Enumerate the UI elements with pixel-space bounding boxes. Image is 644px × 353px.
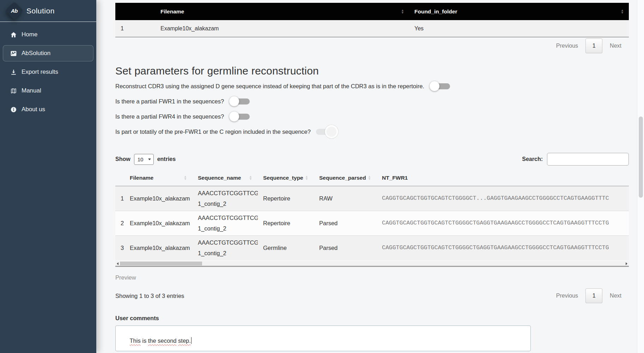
next-button[interactable]: Next <box>610 43 621 49</box>
cell-filename: Example10x_alakazam <box>155 20 409 37</box>
horizontal-scrollbar[interactable] <box>115 261 629 266</box>
cell-sequence-type: Germline <box>258 235 314 260</box>
user-comments-label: User comments <box>115 315 629 321</box>
show-label: Show <box>115 156 130 162</box>
page-length-select[interactable]: 10 <box>134 154 154 165</box>
cell-nt-fwr1: CAGGTGCAGCTGGTGCAGTCTGGGGCTGAGGTGAAGAAGC… <box>377 211 629 235</box>
cell-filename: Example10x_alakazam <box>124 235 193 260</box>
row-index: 1 <box>115 186 124 211</box>
question-pre-fwr1-c-region: Is part or totatily of the pre-FWR1 or t… <box>115 127 629 137</box>
question-reconstruct-cdr3: Reconstruct CDR3 using the assigned D ge… <box>115 81 629 91</box>
question-label: Is there a partial FWR1 in the sequences… <box>115 98 224 105</box>
files-col-index <box>115 3 155 20</box>
cell-sequence-parsed: RAW <box>314 186 377 211</box>
page-title: Set parameters for germline reconstructi… <box>115 65 629 77</box>
cell-nt-fwr1: CAGGTGCAGCTGGTGCAGTCTGGGGCT...GAGGTGAAGA… <box>377 186 629 211</box>
seq-col-filename[interactable]: Filename ▲▼ <box>124 170 193 186</box>
sidebar-item-label: Export results <box>22 68 58 76</box>
table-row[interactable]: 2 Example10x_alakazam AAACCTGTCGGTTCGG-1… <box>115 211 629 235</box>
page-scrollbar-thumb[interactable] <box>639 116 643 198</box>
seq-col-index <box>115 170 124 186</box>
cell-nt-fwr1: CAGGTGCAGCTGGTGCAGTCTGGGGCTGAGGTGAAGAAGC… <box>377 235 629 260</box>
comment-word: step. <box>178 337 191 344</box>
download-icon <box>10 69 17 76</box>
files-col-found-in-folder[interactable]: Found_in_folder ▲▼ <box>409 3 629 20</box>
reconstruct-cdr3-toggle[interactable] <box>430 81 450 91</box>
info-icon <box>10 106 17 113</box>
sequence-table-container: Filename ▲▼ Sequence_name ▲▼ Sequence_ty… <box>115 170 629 267</box>
text-cursor <box>191 337 192 344</box>
app-logo: Ab <box>5 1 23 20</box>
main-content: Filename ▲▼ Found_in_folder ▲▼ 1 Example… <box>96 0 644 353</box>
sequence-table: Filename ▲▼ Sequence_name ▲▼ Sequence_ty… <box>115 170 629 260</box>
sort-icon: ▲▼ <box>249 175 252 180</box>
search-control: Search: <box>522 153 629 166</box>
table-row[interactable]: 1 Example10x_alakazam AAACCTGTCGGTTCGG-1… <box>115 186 629 211</box>
seq-col-sequence-name[interactable]: Sequence_name ▲▼ <box>193 170 258 186</box>
cell-sequence-type: Repertoire <box>258 211 314 235</box>
cell-sequence-name: AAACCTGTCGGTTCGG-1_contig_2 <box>193 211 258 235</box>
question-partial-fwr4: Is there a partial FWR4 in the sequences… <box>115 112 629 121</box>
scroll-right-arrow-icon[interactable] <box>624 261 629 266</box>
sort-icon: ▲▼ <box>621 9 624 14</box>
sort-icon: ▲▼ <box>305 175 308 180</box>
horizontal-scrollbar-thumb[interactable] <box>120 262 202 265</box>
sequence-pagination: Previous 1 Next <box>556 288 629 303</box>
table-info-row: Showing 1 to 3 of 3 entries Previous 1 N… <box>115 288 629 303</box>
sidebar-item-label: AbSolution <box>22 50 50 57</box>
page-length-control: Show 10 entries <box>115 154 176 165</box>
seq-col-nt-fwr1[interactable]: NT_FWR1 <box>377 170 629 186</box>
table-controls: Show 10 entries Search: <box>115 153 629 166</box>
pre-fwr1-c-region-toggle[interactable] <box>316 127 336 137</box>
map-icon <box>10 88 17 94</box>
files-table: Filename ▲▼ Found_in_folder ▲▼ 1 Example… <box>115 3 629 37</box>
page-1-button[interactable]: 1 <box>585 288 602 303</box>
seq-col-sequence-parsed[interactable]: Sequence_parsed ▲▼ <box>314 170 377 186</box>
files-pagination: Previous 1 Next <box>115 38 629 53</box>
sidebar-item-manual[interactable]: Manual <box>3 83 93 99</box>
row-index: 3 <box>115 235 124 260</box>
question-label: Is there a partial FWR4 in the sequences… <box>115 113 224 120</box>
table-row[interactable]: 1 Example10x_alakazam Yes <box>115 20 629 37</box>
chart-icon <box>10 50 17 57</box>
sidebar-item-home[interactable]: Home <box>3 26 93 43</box>
scroll-left-arrow-icon[interactable] <box>115 261 120 266</box>
table-bottom-border <box>115 266 629 267</box>
partial-fwr4-toggle[interactable] <box>229 112 250 121</box>
cell-sequence-parsed: Parsed <box>314 235 377 260</box>
files-col-filename[interactable]: Filename ▲▼ <box>155 3 409 20</box>
sidebar-item-absolution[interactable]: AbSolution <box>3 45 93 61</box>
previous-button[interactable]: Previous <box>556 43 578 49</box>
sort-icon: ▲▼ <box>368 175 371 180</box>
question-label: Is part or totatily of the pre-FWR1 or t… <box>115 128 311 135</box>
row-index: 1 <box>115 20 155 37</box>
sidebar-nav: Home AbSolution Export results Manual Ab… <box>0 22 96 118</box>
sidebar-item-about-us[interactable]: About us <box>3 101 93 118</box>
cell-filename: Example10x_alakazam <box>124 186 193 211</box>
entries-info: Showing 1 to 3 of 3 entries <box>115 293 184 299</box>
entries-label: entries <box>157 156 176 162</box>
user-comments-textarea[interactable]: This is the second step. <box>115 325 531 351</box>
cell-sequence-parsed: Parsed <box>314 211 377 235</box>
chevron-down-icon <box>148 158 151 160</box>
table-row[interactable]: 3 Example10x_alakazam AAACCTGTCGGTTCGG-1… <box>115 235 629 260</box>
previous-button[interactable]: Previous <box>556 293 578 299</box>
sort-icon: ▲▼ <box>401 9 404 14</box>
sidebar-item-label: Manual <box>22 87 41 94</box>
sidebar-item-label: About us <box>22 106 45 113</box>
sidebar: Ab Solution Home AbSolution Export resul… <box>0 0 96 353</box>
comment-word: This <box>130 337 141 344</box>
sort-icon: ▲▼ <box>184 175 187 180</box>
partial-fwr1-toggle[interactable] <box>229 96 250 106</box>
search-input[interactable] <box>547 153 629 166</box>
next-button[interactable]: Next <box>610 293 621 299</box>
search-label: Search: <box>522 156 543 162</box>
page-scrollbar[interactable] <box>637 0 644 353</box>
seq-col-sequence-type[interactable]: Sequence_type ▲▼ <box>258 170 314 186</box>
cell-filename: Example10x_alakazam <box>124 211 193 235</box>
question-label: Reconstruct CDR3 using the assigned D ge… <box>115 83 424 90</box>
sidebar-item-export-results[interactable]: Export results <box>3 64 93 80</box>
cell-sequence-name: AAACCTGTCGGTTCGG-1_contig_2 <box>193 235 258 260</box>
page-1-button[interactable]: 1 <box>585 38 602 53</box>
comment-word: the second <box>148 337 177 344</box>
